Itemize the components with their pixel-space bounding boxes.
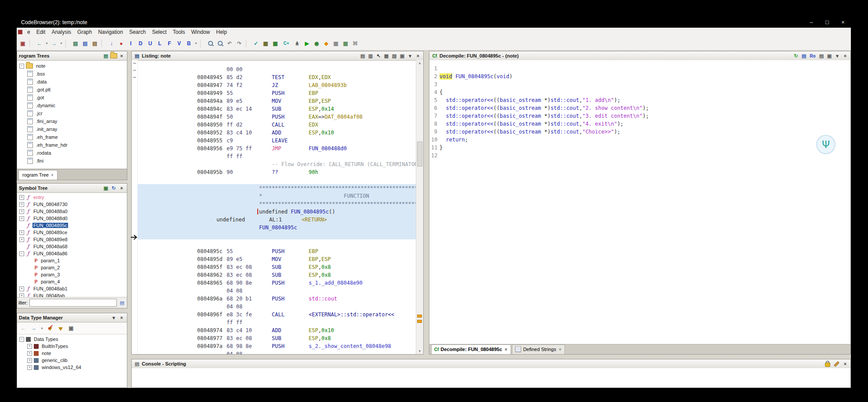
console-icon[interactable]: ▤ xyxy=(133,360,140,367)
symbol-label[interactable]: param_1 xyxy=(40,258,61,263)
operand-token[interactable]: , xyxy=(318,98,321,104)
tree-item-label[interactable]: windows_vs12_64 xyxy=(41,365,82,370)
symbol-tree-item[interactable]: +ƒFUN_080489ce xyxy=(17,229,127,236)
label-l-button[interactable]: L xyxy=(155,39,164,48)
decompile-line[interactable]: 1 xyxy=(431,65,850,72)
symbol-label[interactable]: FUN_080489ce xyxy=(32,230,68,235)
instruction-i-button[interactable]: I xyxy=(126,39,135,48)
symbol-tree-item[interactable]: +ƒFUN_080488d0 xyxy=(17,215,127,222)
scroll-up-icon[interactable]: ▲ xyxy=(416,60,423,66)
tree-item-label[interactable]: .dynamic xyxy=(35,103,56,108)
mnemonic-field[interactable]: ?? xyxy=(272,168,278,176)
address-field[interactable]: 0804895f xyxy=(197,263,223,271)
tree-item-label[interactable]: BuiltInTypes xyxy=(41,344,69,349)
listing-row[interactable]: 0804894585 d2TESTEDX,EDX xyxy=(137,73,416,81)
expander-icon[interactable]: − xyxy=(19,251,24,256)
edit-icon[interactable] xyxy=(833,360,840,367)
listing-row[interactable]: undefined FUN_0804895c() xyxy=(137,208,416,216)
data-d-button[interactable]: D xyxy=(136,39,145,48)
minimize-button[interactable]: – xyxy=(803,17,819,28)
listing-row[interactable]: 0804896568 90 8ePUSHs_1._add_08048e90 xyxy=(137,279,416,287)
tab-defined-strings[interactable]: Defined Strings× xyxy=(512,344,565,354)
operands-field[interactable]: ESP,0x8 xyxy=(309,263,331,271)
tree-item-section[interactable]: .jcr xyxy=(17,109,127,117)
mnemonic-field[interactable]: ADD xyxy=(272,129,281,137)
menu-item-analysis[interactable]: Analysis xyxy=(48,28,74,36)
tree-item-label[interactable]: .rodata xyxy=(35,150,52,156)
decompile-line[interactable]: 8 std::operator<<((basic_ostream *)std::… xyxy=(431,120,850,128)
address-field[interactable]: 08048950 xyxy=(197,121,223,129)
tree-item-label[interactable]: .eh_frame_hdr xyxy=(35,142,68,148)
symbol-tree-item[interactable]: −ƒFUN_08048a86 xyxy=(17,250,127,257)
operands-field[interactable]: EDX xyxy=(309,121,318,129)
tree-item-label[interactable]: .init_array xyxy=(35,127,58,132)
menu-item-e[interactable]: e xyxy=(24,28,33,36)
panel-menu-icon[interactable]: ▾ xyxy=(110,314,117,321)
listing-field[interactable]: ****************************************… xyxy=(259,200,416,208)
address-field[interactable]: 08048952 xyxy=(197,129,223,137)
address-field[interactable]: 0804897a xyxy=(197,342,223,350)
operand-token[interactable]: std::cout xyxy=(309,296,337,302)
operand-token[interactable]: ESP xyxy=(321,98,331,104)
bytes-field[interactable]: 04 08 xyxy=(227,350,242,354)
address-field[interactable]: 0804894a xyxy=(197,97,223,105)
menu-item-help[interactable]: Help xyxy=(213,28,230,36)
listing-row[interactable]: 0804895d89 e5MOVEBP,ESP xyxy=(137,255,416,263)
bookmark-marker[interactable] xyxy=(417,315,422,318)
operands-field[interactable]: 90h xyxy=(309,168,318,176)
operand-token[interactable]: EBP xyxy=(309,90,318,96)
clear-code-icon[interactable]: ● xyxy=(117,39,126,48)
tree-item-label[interactable]: .fini xyxy=(35,158,44,163)
close-icon[interactable]: × xyxy=(842,52,849,59)
operand-token[interactable]: FUN_080488d0 xyxy=(309,145,347,152)
graph-icon[interactable]: ▤ xyxy=(800,52,807,59)
operand-token[interactable]: 0x8 xyxy=(321,335,331,341)
mnemonic-field[interactable]: CALL xyxy=(272,121,285,129)
maximize-button[interactable]: □ xyxy=(819,17,835,28)
close-icon[interactable]: × xyxy=(414,52,421,59)
bookmark-marker[interactable] xyxy=(417,320,422,323)
menu-item-navigation[interactable]: Navigation xyxy=(95,28,126,36)
operand-token[interactable]: 90h xyxy=(309,169,318,175)
tree-item-section[interactable]: .eh_frame_hdr xyxy=(17,141,127,149)
operand-token[interactable]: LAB_0804893b xyxy=(309,82,347,88)
data-type-item[interactable]: +generic_clib xyxy=(17,357,127,364)
symbol-tree-item[interactable]: +ƒFUN_080489e8 xyxy=(17,236,127,243)
address-field[interactable]: 08048949 xyxy=(197,89,223,97)
decompiler-icon[interactable]: Cf xyxy=(431,52,438,59)
listing-row[interactable]: 0804895283 c4 10ADDESP,0x10 xyxy=(137,129,416,137)
decompile-line[interactable]: 2void FUN_0804895c(void) xyxy=(431,72,850,80)
listing-row[interactable]: 0804896a68 20 b1PUSHstd::cout xyxy=(137,295,416,303)
disassemble-icon[interactable]: ↓ xyxy=(107,39,116,48)
symbol-tree-item[interactable]: Pparam_3 xyxy=(17,271,127,278)
save-icon[interactable]: ▣ xyxy=(18,39,27,48)
close-icon[interactable]: × xyxy=(118,52,125,59)
operand-token[interactable]: EDX xyxy=(309,122,318,128)
mnemonic-field[interactable]: PUSH xyxy=(272,279,285,287)
bytes-field[interactable]: ff d2 xyxy=(227,121,242,129)
memory-map-icon[interactable]: ▤ xyxy=(71,39,80,48)
listing-field[interactable]: ****************************************… xyxy=(259,184,416,192)
filter-input[interactable] xyxy=(29,299,117,307)
mnemonic-field[interactable]: LEAVE xyxy=(272,137,288,145)
listing-scrollbar[interactable]: ▲ ▼ xyxy=(416,60,423,354)
symbol-label[interactable]: FUN_08048a68 xyxy=(32,244,68,249)
mnemonic-field[interactable]: PUSH xyxy=(272,113,285,121)
menu-item-graph[interactable]: Graph xyxy=(74,28,95,36)
filter-options-icon[interactable]: ▤ xyxy=(119,299,126,306)
scroll-down-icon[interactable]: ▼ xyxy=(416,348,423,354)
operand-token[interactable]: , xyxy=(318,74,321,80)
bytes-field[interactable]: 68 20 b1 xyxy=(227,295,252,303)
symbol-table-icon[interactable]: ▤ xyxy=(81,39,90,48)
symbol-label[interactable]: FUN_08048730 xyxy=(32,202,68,207)
listing-row[interactable]: 0804896283 ec 08SUBESP,0x8 xyxy=(137,271,416,279)
listing-row[interactable] xyxy=(137,239,416,247)
tree-item-label[interactable]: .data xyxy=(35,79,47,84)
nav-forward-menu-icon[interactable]: ▾ xyxy=(59,39,63,48)
tree-item-section[interactable]: .dynamic xyxy=(17,101,127,109)
expander-icon[interactable]: + xyxy=(27,344,32,349)
nav-back-menu-icon[interactable]: ▾ xyxy=(45,39,49,48)
symbol-tree-item[interactable]: +ƒFUN_08048730 xyxy=(17,201,127,208)
menu-item-search[interactable]: Search xyxy=(126,28,149,36)
filter-off-icon[interactable] xyxy=(46,324,54,333)
